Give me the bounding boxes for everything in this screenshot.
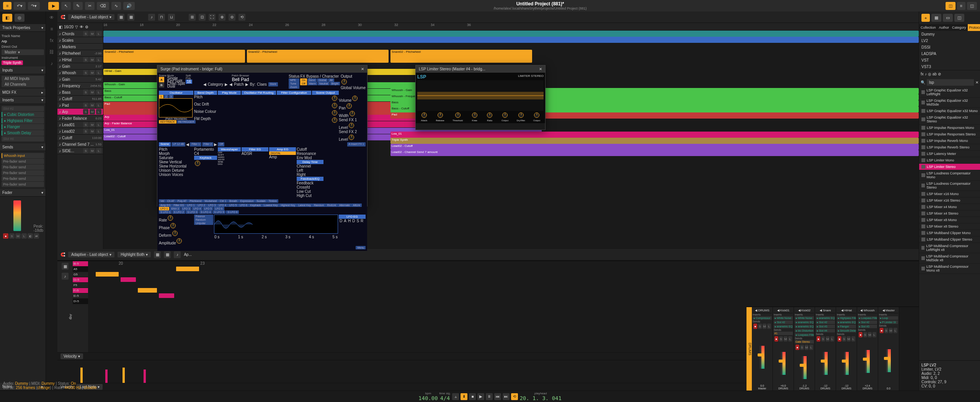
piano-keys[interactable]: B♭5A5G5G♭5F5F♭5E♭5D♭5	[73, 261, 88, 352]
osc-waveform-display[interactable]	[159, 98, 193, 117]
plugin-item[interactable]: LSP Multiband Compressor MidSide x8	[919, 253, 980, 264]
mixer-fx-slot[interactable]: ● Slot #3	[816, 325, 835, 328]
editor-grid-1[interactable]: ▦	[154, 251, 161, 258]
surge-plugin-window[interactable]: Surge (Pad instrument - bridge: Full) ✕ …	[157, 65, 368, 207]
surge-menu-btn[interactable]: Menu	[356, 246, 366, 249]
velocity-bar[interactable]	[122, 368, 125, 383]
pitchwheel-region-2[interactable]: Snare02 - Pitchwheel	[247, 50, 389, 63]
track-header[interactable]: ♪Scales	[57, 37, 103, 44]
mod-source[interactable]: Sustain	[255, 199, 267, 203]
follow-btn[interactable]: ⟲	[238, 14, 245, 21]
ramp-tool[interactable]: ∿	[111, 2, 121, 10]
poly-value[interactable]: 16	[186, 80, 192, 84]
hamburger-button[interactable]: ≡	[957, 2, 965, 10]
mixer-fx-slot[interactable]: ● White Noise	[774, 316, 793, 320]
limiter-knob[interactable]: Dry/Wet	[517, 112, 525, 122]
audio-backend-link[interactable]: Dummy	[15, 381, 28, 386]
redo-button[interactable]: ↷▾	[28, 2, 40, 10]
scene-b-btn[interactable]: B	[159, 82, 164, 88]
prefader-send-4[interactable]: Pre-fader send	[2, 176, 44, 181]
midi-fx-header[interactable]: MIDI FX▸	[0, 89, 46, 96]
mod-source[interactable]: Breath	[228, 199, 239, 203]
protocol-item[interactable]: DSSI	[919, 44, 980, 50]
plugin-item[interactable]: LSP Limiter Stereo	[919, 164, 980, 170]
zoom-fit[interactable]: ⛶	[209, 14, 216, 21]
disable-link[interactable]: Disable	[84, 386, 96, 390]
plugin-item[interactable]: LSP Mixer x4 Mono	[919, 204, 980, 210]
mixer-fx-slot[interactable]: ● arametric EQ	[816, 316, 835, 320]
plugin-item[interactable]: LSP Multiband Clipper Mono	[919, 230, 980, 236]
lfo-slot[interactable]: LFO 3	[181, 207, 191, 210]
track-header[interactable]: ♪Frequency2454.51	[57, 83, 103, 89]
editor-note-tool[interactable]: ♪	[174, 251, 181, 258]
stop-btn[interactable]: ■	[469, 393, 476, 400]
protocol-item[interactable]: LADSPA	[919, 50, 980, 57]
mod-source[interactable]: Modwheel	[203, 199, 218, 203]
plugin-item[interactable]: LSP Graphic Equalizer x32 LeftRight	[919, 87, 980, 98]
mod-source[interactable]: RndUni	[326, 203, 338, 207]
midi-note[interactable]	[96, 272, 119, 277]
mod-source[interactable]: Lowest Key	[262, 203, 279, 207]
midi-filter-icon[interactable]: ◎	[928, 72, 931, 76]
limiter-knob[interactable]: Release	[436, 112, 444, 122]
mod-source[interactable]: LFO 5	[228, 203, 238, 207]
piano-key[interactable]: B♭5	[73, 261, 88, 267]
lfo-slot[interactable]: ENV 2	[170, 207, 180, 210]
mod-source[interactable]: LFO 3	[207, 203, 217, 207]
slfo-slot[interactable]: S LFO 4	[199, 210, 212, 214]
track-header[interactable]: ♪SIDE...SML	[57, 148, 103, 154]
range-btn-2[interactable]: ⊔	[168, 14, 175, 21]
tab-author[interactable]: Author	[938, 24, 951, 31]
mod-source[interactable]: Amp EG	[159, 203, 172, 207]
lfo-slot[interactable]: LFO 6	[214, 207, 224, 210]
filter-icon-2[interactable]: ▽	[75, 25, 78, 29]
mixer-strip[interactable]: ◀ WhooshInserts● Lowpass Filter● Slot #2…	[857, 307, 878, 391]
change-bufsize-link[interactable]: change	[38, 386, 50, 390]
inserts-header[interactable]: Inserts▾	[0, 96, 46, 104]
track-header[interactable]: ♪Lead02SML	[57, 128, 103, 135]
play-button[interactable]: ▶	[48, 2, 59, 10]
mod-source[interactable]: Expression	[239, 199, 255, 203]
range-btn[interactable]: ⊓	[158, 14, 165, 21]
midi-note[interactable]	[121, 277, 136, 282]
mod-source[interactable]: LFO 1	[186, 203, 196, 207]
protocol-item[interactable]: LV2	[919, 37, 980, 44]
mod-source[interactable]: Keytrack	[249, 203, 262, 207]
pause-btn[interactable]: ⏸	[486, 393, 493, 400]
piano-key[interactable]: E♭5	[73, 293, 88, 299]
timeline-ruler[interactable]: 1618202224262830323436	[103, 23, 919, 31]
close-icon[interactable]: ✕	[539, 67, 542, 71]
track-properties-header[interactable]: Track Properties ▾	[0, 24, 46, 32]
mode-options[interactable]: SingleKey Split Chan SplitDual	[167, 77, 185, 88]
track-header[interactable]: ♪PadSML	[57, 102, 103, 109]
tab-protocol[interactable]: Protocol	[968, 24, 980, 31]
midi-note[interactable]	[159, 293, 174, 298]
mixer-fx-slot[interactable]: ● Smooth Delay	[837, 329, 856, 332]
fx-on-btn[interactable]: On	[300, 78, 307, 82]
timesig-value[interactable]: 4/4	[439, 395, 451, 401]
mod-source[interactable]: Filter EG	[172, 203, 186, 207]
browser-btn-2[interactable]: ▦	[931, 14, 941, 22]
record-button[interactable]: ●	[3, 233, 8, 239]
editor-snap-mode[interactable]: Adaptive - Last object▾	[68, 252, 114, 257]
panel-toggle-2[interactable]: ◫	[967, 2, 977, 10]
plugin-search-input[interactable]	[927, 79, 974, 86]
slfo-slot[interactable]: S LFO 1	[159, 210, 172, 214]
mixer-strip[interactable]: ◀ Kick02Inserts● White Noise● arametric …	[794, 307, 815, 391]
direct-out-value[interactable]: Master▾	[2, 49, 44, 55]
mixer-fx-slot[interactable]: ● Loop	[879, 316, 898, 320]
snap-icon[interactable]: 🧲	[60, 15, 65, 19]
mixer-strip[interactable]: ◀ HiHatInserts● Highpass Filter● arametr…	[836, 307, 857, 391]
mixer-strip[interactable]: ◀ SnareInserts● arametric EQ● Slot #2● S…	[815, 307, 836, 391]
mod-source[interactable]: LFO 2	[196, 203, 207, 207]
insert-fx-1[interactable]: ● Cubic Distortion	[2, 112, 44, 117]
inputs-header[interactable]: Inputs▾	[0, 67, 46, 74]
pencil-tool[interactable]: ✎	[73, 2, 83, 10]
browser-btn-3[interactable]: ▭	[943, 14, 953, 22]
solo-button[interactable]: S	[9, 233, 15, 239]
pitchwheel-region-1[interactable]: Snare02 - Pitchwheel	[103, 50, 245, 63]
add-plugin-btn[interactable]: +	[921, 14, 930, 22]
inspector-tab-track[interactable]: ◧	[2, 14, 12, 22]
track-header[interactable]: ♪ChordsSML	[57, 31, 103, 37]
plugin-item[interactable]: LSP Loudness Compensator Stereo	[919, 181, 980, 191]
